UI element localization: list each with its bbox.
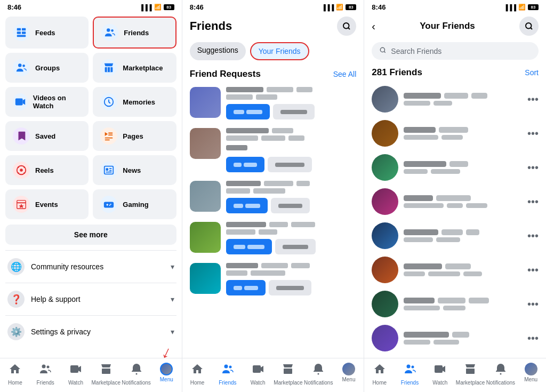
- tab-your-friends[interactable]: Your Friends: [250, 42, 309, 60]
- your-friends-search-button[interactable]: [519, 17, 539, 36]
- nav-menu-3[interactable]: Menu: [516, 362, 546, 387]
- svg-point-38: [47, 366, 50, 369]
- svg-rect-0: [17, 28, 21, 31]
- community-icon: 🌐: [7, 258, 25, 275]
- confirm-btn-1[interactable]: [226, 104, 270, 119]
- svg-rect-28: [106, 172, 112, 173]
- nav-home-label-1: Home: [8, 380, 22, 386]
- your-friends-topbar: ‹ Your Friends: [364, 12, 546, 40]
- friend-requests-title: Friend Requests: [190, 69, 261, 79]
- delete-btn-4[interactable]: [275, 239, 316, 254]
- confirm-btn-3[interactable]: [226, 198, 268, 213]
- community-chevron: ▾: [171, 262, 174, 271]
- nav-home-2[interactable]: Home: [182, 362, 213, 387]
- menu-item-news[interactable]: News: [93, 155, 176, 185]
- menu-item-marketplace[interactable]: Marketplace: [93, 53, 176, 83]
- svg-point-37: [42, 365, 46, 369]
- menu-item-pages[interactable]: Pages: [93, 121, 176, 151]
- nav-notif-label-1: Notifications: [122, 380, 150, 386]
- wifi-icon-2: 📶: [336, 4, 343, 11]
- menu-content: Feeds Friends Groups: [0, 12, 182, 358]
- menu-item-feeds[interactable]: Feeds: [5, 17, 89, 49]
- friends-search-button[interactable]: [337, 17, 356, 36]
- nav-home-label-3: Home: [372, 380, 387, 386]
- menu-item-saved[interactable]: Saved: [5, 121, 89, 151]
- menu-item-groups[interactable]: Groups: [5, 53, 89, 83]
- news-label: News: [123, 166, 141, 174]
- help-section[interactable]: ❓ Help & support ▾: [5, 283, 176, 315]
- menu-item-memories[interactable]: Memories: [93, 87, 176, 117]
- yf-info-2: [404, 127, 522, 140]
- confirm-btn-2[interactable]: [226, 157, 264, 172]
- see-all-link[interactable]: See All: [333, 70, 357, 78]
- svg-point-6: [111, 29, 114, 32]
- nav-watch-2[interactable]: Watch: [243, 362, 273, 387]
- menu-item-events[interactable]: Events: [5, 189, 89, 219]
- nav-notifications-2[interactable]: Notifications: [303, 362, 334, 387]
- battery-icon-2: 83: [346, 4, 356, 10]
- nav-notifications-3[interactable]: Notifications: [485, 362, 516, 387]
- svg-rect-40: [102, 369, 110, 374]
- see-more-button[interactable]: See more: [5, 225, 176, 245]
- nav-notifications-1[interactable]: Notifications: [121, 362, 151, 387]
- nav-menu-1[interactable]: Menu: [151, 362, 182, 387]
- yf-info-4: [404, 195, 522, 208]
- screen-menu: 8:46 ▐▐▐ 📶 83 Feeds: [0, 0, 182, 392]
- delete-btn-5[interactable]: [269, 280, 311, 295]
- more-dots-5[interactable]: •••: [527, 230, 539, 242]
- more-dots-2[interactable]: •••: [527, 127, 539, 140]
- community-section[interactable]: 🌐 Community resources ▾: [5, 250, 176, 283]
- friend-list-item-7: •••: [364, 287, 546, 321]
- more-dots-1[interactable]: •••: [527, 93, 539, 106]
- more-dots-7[interactable]: •••: [527, 298, 539, 310]
- nav-marketplace-label-3: Marketplace: [456, 380, 485, 386]
- request-info-5: [226, 263, 357, 295]
- more-dots-4[interactable]: •••: [527, 196, 539, 208]
- nav-watch-label-2: Watch: [251, 380, 266, 386]
- gaming-label: Gaming: [123, 201, 148, 209]
- nav-watch-3[interactable]: Watch: [425, 362, 455, 387]
- battery-icon: 83: [164, 4, 174, 10]
- friend-request-1: [182, 83, 364, 124]
- help-chevron: ▾: [171, 295, 174, 303]
- friend-request-2: [182, 124, 364, 177]
- menu-item-friends[interactable]: Friends: [93, 17, 176, 49]
- more-dots-3[interactable]: •••: [527, 162, 539, 174]
- friend-list-item-5: •••: [364, 219, 546, 253]
- search-friends-bar[interactable]: Search Friends: [372, 42, 539, 60]
- bottom-nav-3: Home Friends Watch Marketplace: [364, 358, 546, 392]
- tab-suggestions[interactable]: Suggestions: [190, 42, 246, 60]
- menu-item-gaming[interactable]: Gaming: [93, 189, 176, 219]
- svg-point-36: [109, 205, 110, 206]
- back-button[interactable]: ‹: [372, 20, 375, 33]
- svg-point-42: [343, 23, 349, 29]
- nav-watch-1[interactable]: Watch: [61, 362, 91, 387]
- menu-item-reels[interactable]: Reels: [5, 155, 89, 185]
- svg-point-43: [224, 365, 228, 369]
- settings-section[interactable]: ⚙️ Settings & privacy ▾: [5, 315, 176, 348]
- wifi-icon: 📶: [154, 4, 162, 11]
- nav-friends-2[interactable]: Friends: [212, 362, 243, 387]
- help-left: ❓ Help & support: [7, 291, 81, 308]
- menu-item-videos-on-watch[interactable]: Videos on Watch: [5, 87, 89, 117]
- nav-marketplace-2[interactable]: Marketplace: [273, 362, 303, 387]
- delete-btn-1[interactable]: [273, 104, 315, 119]
- confirm-btn-5[interactable]: [226, 280, 266, 295]
- nav-menu-2[interactable]: Menu: [334, 362, 364, 387]
- friends-title: Friends: [190, 19, 232, 33]
- pages-icon: [100, 127, 117, 145]
- confirm-btn-4[interactable]: [226, 239, 272, 254]
- nav-marketplace-1[interactable]: Marketplace: [91, 362, 121, 387]
- delete-btn-2[interactable]: [268, 157, 312, 172]
- nav-home-1[interactable]: Home: [0, 362, 30, 387]
- nav-friends-3[interactable]: Friends: [395, 362, 425, 387]
- more-dots-8[interactable]: •••: [527, 332, 539, 345]
- nav-friends-1[interactable]: Friends: [30, 362, 61, 387]
- settings-left: ⚙️ Settings & privacy: [7, 323, 91, 340]
- nav-marketplace-3[interactable]: Marketplace: [455, 362, 486, 387]
- more-dots-6[interactable]: •••: [527, 264, 539, 276]
- yf-avatar-5: [372, 222, 398, 249]
- nav-home-3[interactable]: Home: [364, 362, 395, 387]
- sort-button[interactable]: Sort: [525, 68, 539, 77]
- delete-btn-3[interactable]: [271, 198, 310, 213]
